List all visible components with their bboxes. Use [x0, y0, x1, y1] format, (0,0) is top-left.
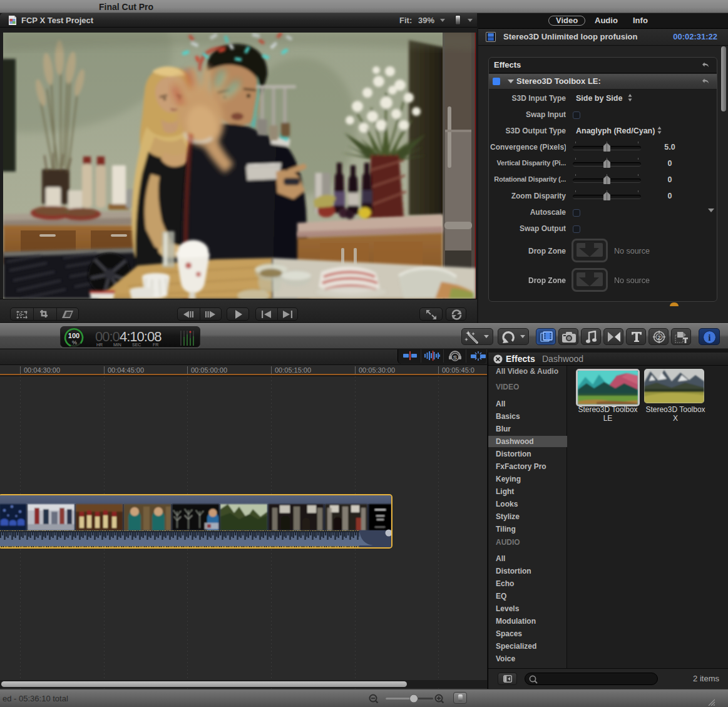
svg-text:%: %	[72, 339, 77, 346]
svg-text:i: i	[709, 333, 711, 343]
svg-text:100: 100	[68, 332, 79, 339]
svg-text:2: 2	[657, 334, 660, 341]
svg-text:S: S	[453, 354, 457, 361]
